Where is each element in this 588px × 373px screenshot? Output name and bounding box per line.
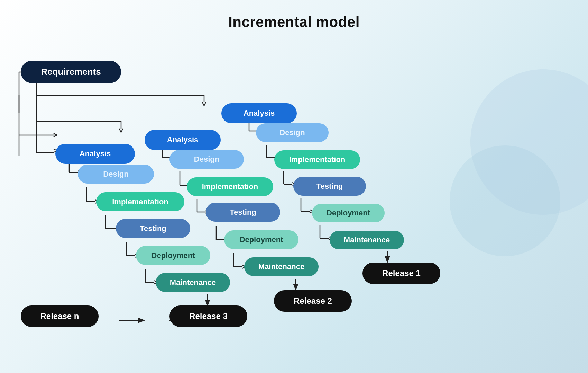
deployment2-node: Deployment (224, 230, 298, 249)
design1-node: Design (78, 165, 154, 184)
implementation3-node: Implementation (274, 150, 360, 169)
analysis1-node: Analysis (55, 144, 135, 164)
diagram: Requirements Analysis Design Implementat… (0, 42, 588, 371)
testing3-node: Testing (293, 177, 366, 196)
analysis2-node: Analysis (145, 130, 221, 150)
testing2-node: Testing (206, 203, 280, 222)
release3-node: Release 3 (169, 305, 247, 327)
design3-node: Design (256, 123, 329, 142)
maintenance1-node: Maintenance (156, 273, 230, 292)
deployment1-node: Deployment (136, 246, 210, 265)
deployment3-node: Deployment (312, 204, 385, 222)
maintenance2-node: Maintenance (244, 257, 319, 276)
implementation1-node: Implementation (96, 192, 184, 211)
testing1-node: Testing (116, 219, 190, 238)
release2-node: Release 2 (274, 290, 352, 312)
page-title: Incremental model (0, 0, 588, 30)
design2-node: Design (169, 150, 244, 169)
maintenance3-node: Maintenance (330, 231, 404, 249)
implementation2-node: Implementation (187, 177, 273, 196)
analysis3-node: Analysis (221, 103, 297, 123)
requirements-node: Requirements (21, 61, 121, 83)
release1-node: Release 1 (362, 263, 440, 284)
releasen-node: Release n (21, 305, 99, 327)
